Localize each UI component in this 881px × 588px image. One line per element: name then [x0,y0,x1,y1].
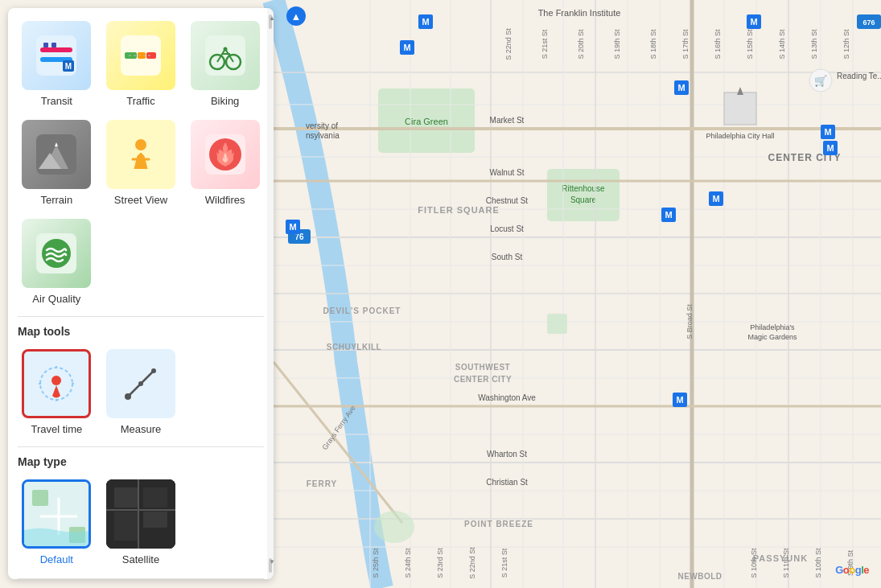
layer-biking[interactable]: Biking [186,18,264,110]
svg-text:Christian St: Christian St [486,478,528,487]
map-type-title: Map type [18,455,264,468]
google-logo-o2: o [849,564,854,576]
svg-text:S 22nd St: S 22nd St [504,28,513,60]
layer-street-view-label: Street View [114,194,167,206]
svg-text:M: M [677,83,685,93]
svg-text:M: M [826,143,834,153]
svg-text:S 20th St: S 20th St [577,29,585,60]
svg-text:Locust St: Locust St [490,224,524,233]
svg-text:versity of: versity of [306,121,338,130]
svg-text:S 21st St: S 21st St [500,548,508,578]
layer-terrain[interactable]: Terrain [18,117,96,209]
layers-grid: M Transit Traffic [18,18,264,308]
google-logo-e: e [863,564,869,576]
svg-text:Square: Square [570,195,597,204]
svg-text:M: M [65,62,72,71]
svg-text:S Broad St: S Broad St [685,304,694,339]
svg-text:PASSYUNK: PASSYUNK [753,553,808,563]
svg-point-149 [42,239,71,268]
svg-rect-170 [143,512,167,528]
svg-text:M: M [676,395,683,405]
google-logo-g: G [835,564,843,576]
map-tools-section: Map tools [18,325,264,438]
svg-rect-168 [143,487,167,508]
svg-rect-167 [114,487,138,508]
map-type-satellite[interactable]: Satellite [102,476,180,569]
svg-text:Philadelphia's: Philadelphia's [750,323,795,331]
map-type-divider [18,578,264,579]
layer-street-view[interactable]: Street View [102,117,180,209]
svg-rect-124 [40,47,72,52]
svg-rect-163 [32,490,48,506]
layer-terrain-label: Terrain [40,194,72,206]
tool-travel-time[interactable]: Travel time [18,346,96,438]
svg-text:M: M [289,222,296,232]
svg-rect-121 [547,314,567,334]
svg-point-159 [151,368,156,373]
svg-text:NEWBOLD: NEWBOLD [677,572,722,581]
layer-traffic[interactable]: Traffic [102,18,180,110]
svg-point-151 [51,376,61,385]
svg-rect-86 [724,93,756,125]
svg-text:S 21st St: S 21st St [541,29,549,59]
svg-text:Rittenhouse: Rittenhouse [562,184,605,193]
svg-text:S 11th St: S 11th St [782,548,790,578]
map-type-grid: Default [18,476,264,569]
tool-measure-label: Measure [121,423,162,435]
layer-transit[interactable]: M Transit [18,18,96,110]
tool-measure[interactable]: Measure [102,346,180,438]
layer-air-quality[interactable]: Air Quality [18,216,96,308]
svg-text:Chestnut St: Chestnut St [486,196,528,205]
svg-text:Philadelphia City Hall: Philadelphia City Hall [706,132,774,140]
svg-text:South St: South St [492,253,523,261]
svg-text:S 10th St: S 10th St [814,548,822,578]
svg-text:S 23rd St: S 23rd St [436,548,444,578]
layer-air-quality-label: Air Quality [32,293,80,305]
google-logo: Google [835,564,869,576]
svg-text:Wharton St: Wharton St [487,450,527,458]
svg-text:S 10th St: S 10th St [750,548,758,578]
svg-text:S 17th St: S 17th St [681,29,690,60]
map-tools-title: Map tools [18,325,264,338]
svg-text:S 16th St: S 16th St [714,29,722,60]
layer-traffic-label: Traffic [126,95,154,107]
layers-divider [18,316,264,317]
map-type-default[interactable]: Default [18,476,96,569]
svg-text:M: M [665,210,672,220]
svg-text:nsylvania: nsylvania [306,131,340,140]
svg-text:Washington Ave: Washington Ave [478,393,536,402]
svg-point-144 [135,139,146,150]
scroll-up-btn[interactable]: ▲ [269,14,272,29]
svg-text:M: M [712,194,719,204]
side-panel: ▲ ▼ M Transit [8,8,274,579]
svg-rect-127 [51,43,56,47]
svg-text:SCHUYLKILL: SCHUYLKILL [327,343,381,352]
svg-text:FITLER SQUARE: FITLER SQUARE [418,205,500,215]
layer-wildfires-label: Wildfires [205,194,245,206]
svg-text:Walnut St: Walnut St [490,168,525,177]
svg-point-158 [138,381,143,386]
map-type-section: Map type [18,455,264,569]
svg-text:CENTER CITY: CENTER CITY [454,375,512,384]
tool-travel-time-label: Travel time [31,423,82,435]
svg-rect-169 [114,512,138,541]
map-type-default-label: Default [40,553,73,565]
svg-text:Magic Gardens: Magic Gardens [747,333,797,341]
svg-text:POINT BREEZE: POINT BREEZE [464,520,533,528]
layer-biking-label: Biking [211,95,239,107]
svg-text:SOUTHWEST: SOUTHWEST [455,363,510,372]
svg-text:M: M [750,17,757,27]
svg-text:S 15th St: S 15th St [746,29,754,60]
svg-text:S 14th St: S 14th St [778,29,786,60]
svg-rect-135 [205,35,245,76]
svg-text:S 13th St: S 13th St [810,29,818,60]
layer-wildfires[interactable]: Wildfires [186,117,264,209]
svg-text:M: M [403,43,410,52]
svg-point-157 [125,393,131,400]
svg-text:S 19th St: S 19th St [613,29,621,60]
scroll-down-btn[interactable]: ▼ [269,558,272,573]
svg-text:S 22nd St: S 22nd St [468,547,476,579]
svg-text:M: M [422,17,429,27]
svg-text:FERRY: FERRY [307,479,338,488]
map-type-satellite-label: Satellite [122,553,159,565]
